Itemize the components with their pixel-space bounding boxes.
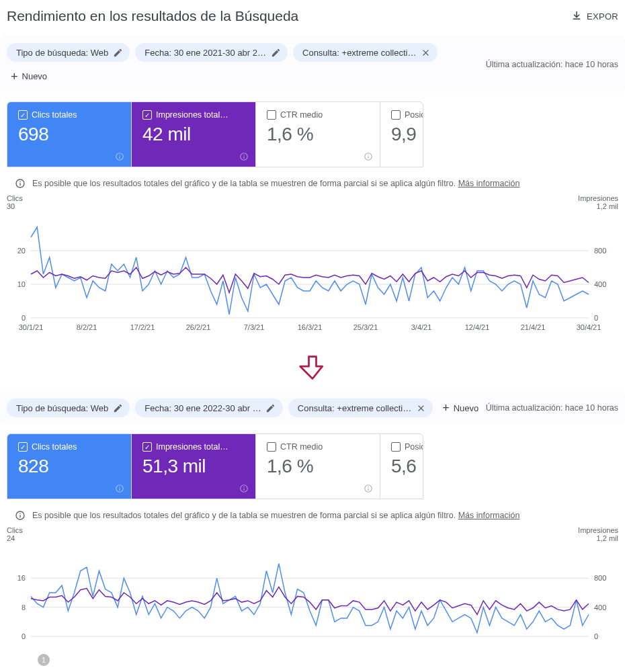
- chip-label: Consulta: +extreme collecti…: [298, 403, 411, 413]
- filter-chip[interactable]: Tipo de búsqueda: Web: [7, 43, 130, 62]
- filter-chip[interactable]: Fecha: 30 ene 2021-30 abr 2…: [135, 43, 288, 62]
- filter-chips: Tipo de búsqueda: WebFecha: 30 ene 2021-…: [7, 43, 486, 85]
- card-impressions[interactable]: Impresiones total… 42 mil: [132, 102, 256, 167]
- performance-section-2021: Tipo de búsqueda: WebFecha: 30 ene 2021-…: [0, 36, 625, 333]
- close-icon[interactable]: [420, 47, 431, 58]
- notice-text: Es posible que los resultados totales de…: [32, 179, 456, 188]
- card-clicks-label: Clics totales: [32, 442, 77, 452]
- svg-text:0: 0: [22, 314, 26, 322]
- card-impressions-label: Impresiones total…: [156, 110, 228, 120]
- info-icon[interactable]: [115, 484, 124, 493]
- info-icon[interactable]: [115, 152, 124, 161]
- chip-label: Tipo de búsqueda: Web: [16, 48, 108, 58]
- svg-text:16/3/21: 16/3/21: [298, 323, 323, 331]
- pencil-icon[interactable]: [112, 47, 123, 58]
- card-ctr-value: 1,6 %: [267, 124, 370, 145]
- svg-text:3/4/21: 3/4/21: [411, 323, 432, 331]
- info-icon: [15, 510, 26, 521]
- svg-text:30/1/21: 30/1/21: [19, 323, 44, 331]
- performance-chart: Clics24 Impresiones1,2 mil 08160400800: [0, 526, 625, 651]
- card-position-value: 9,9: [391, 124, 423, 145]
- pencil-icon[interactable]: [112, 403, 123, 413]
- svg-text:400: 400: [594, 603, 606, 612]
- export-label: EXPOR: [587, 11, 618, 22]
- card-impressions-value: 42 mil: [142, 124, 246, 145]
- info-icon[interactable]: [364, 484, 373, 493]
- card-impressions[interactable]: Impresiones total… 51,3 mil: [132, 434, 256, 499]
- filter-chip[interactable]: Consulta: +extreme collecti…: [288, 398, 433, 417]
- card-ctr[interactable]: CTR medio 1,6 %: [256, 102, 380, 167]
- svg-text:12/4/21: 12/4/21: [465, 323, 490, 331]
- last-update-text: Última actualización: hace 10 horas: [486, 60, 618, 69]
- filter-row: Tipo de búsqueda: WebFecha: 30 ene 2022-…: [0, 392, 625, 424]
- filter-chip[interactable]: Fecha: 30 ene 2022-30 abr …: [135, 398, 282, 417]
- svg-text:25/3/21: 25/3/21: [353, 323, 378, 331]
- card-ctr-label: CTR medio: [280, 110, 323, 120]
- svg-text:17/2/21: 17/2/21: [130, 323, 155, 331]
- card-impressions-value: 51,3 mil: [142, 456, 246, 477]
- close-icon[interactable]: [415, 403, 426, 413]
- filter-chips: Tipo de búsqueda: WebFecha: 30 ene 2022-…: [7, 398, 485, 417]
- filter-chip[interactable]: Tipo de búsqueda: Web: [7, 398, 130, 417]
- pencil-icon[interactable]: [265, 403, 276, 413]
- card-ctr[interactable]: CTR medio 1,6 %: [256, 434, 380, 499]
- card-position-label: Posición media: [405, 442, 423, 452]
- numbered-badge: 1: [38, 654, 50, 666]
- checkbox-icon: [267, 110, 276, 120]
- arrow-down-icon: [298, 353, 327, 382]
- partial-results-notice: Es posible que los resultados totales de…: [0, 499, 625, 526]
- chip-label: Fecha: 30 ene 2021-30 abr 2…: [144, 48, 266, 58]
- svg-text:16: 16: [17, 574, 26, 582]
- card-position[interactable]: Posición media 9,9: [380, 102, 423, 167]
- performance-section-2022: Tipo de búsqueda: WebFecha: 30 ene 2022-…: [0, 392, 625, 666]
- export-button[interactable]: EXPOR: [571, 9, 618, 24]
- more-info-link[interactable]: Más información: [458, 179, 520, 188]
- metric-cards: Clics totales 828 Impresiones total… 51,…: [7, 433, 423, 499]
- filter-chip[interactable]: Consulta: +extreme collecti…: [293, 43, 438, 62]
- pencil-icon[interactable]: [270, 47, 281, 58]
- svg-text:0: 0: [22, 632, 26, 640]
- svg-text:800: 800: [594, 574, 606, 582]
- partial-results-notice: Es posible que los resultados totales de…: [0, 167, 625, 194]
- add-filter-button[interactable]: +Nuevo: [7, 67, 54, 85]
- svg-text:20: 20: [17, 247, 26, 255]
- card-clicks-label: Clics totales: [32, 110, 77, 120]
- svg-text:8/2/21: 8/2/21: [77, 323, 97, 331]
- card-impressions-label: Impresiones total…: [156, 442, 228, 452]
- chip-label: Consulta: +extreme collecti…: [302, 48, 416, 58]
- svg-text:21/4/21: 21/4/21: [521, 323, 546, 331]
- info-icon: [15, 178, 26, 189]
- svg-text:10: 10: [17, 280, 26, 288]
- info-icon[interactable]: [239, 484, 249, 493]
- checkbox-icon: [391, 110, 401, 120]
- right-axis-title: Impresiones1,2 mil: [578, 194, 618, 210]
- card-clicks-value: 828: [18, 456, 122, 477]
- info-icon[interactable]: [364, 152, 373, 161]
- info-icon[interactable]: [239, 152, 249, 161]
- filter-row: Tipo de búsqueda: WebFecha: 30 ene 2021-…: [0, 36, 625, 92]
- card-ctr-label: CTR medio: [280, 442, 323, 452]
- page-title: Rendimiento en los resultados de la Búsq…: [7, 8, 298, 24]
- left-axis-title: Clics30: [7, 194, 23, 210]
- svg-text:400: 400: [594, 280, 606, 288]
- arrow-separator: [0, 349, 625, 392]
- card-position-value: 5,6: [391, 456, 423, 477]
- card-position[interactable]: Posición media 5,6: [380, 434, 423, 499]
- svg-text:26/2/21: 26/2/21: [186, 323, 211, 331]
- new-filter-label: Nuevo: [454, 403, 479, 413]
- last-update-text: Última actualización: hace 10 horas: [486, 403, 618, 413]
- card-clicks-value: 698: [18, 124, 122, 145]
- chip-label: Fecha: 30 ene 2022-30 abr …: [144, 403, 261, 413]
- card-clicks[interactable]: Clics totales 698: [7, 102, 132, 167]
- checkbox-icon: [142, 110, 152, 120]
- card-clicks[interactable]: Clics totales 828: [7, 434, 132, 499]
- metric-cards: Clics totales 698 Impresiones total… 42 …: [7, 101, 423, 167]
- add-filter-button[interactable]: +Nuevo: [438, 399, 485, 417]
- left-axis-title: Clics24: [7, 526, 23, 542]
- download-icon: [571, 9, 583, 24]
- notice-text: Es posible que los resultados totales de…: [32, 511, 456, 520]
- more-info-link[interactable]: Más información: [458, 511, 520, 520]
- svg-text:8: 8: [22, 603, 26, 612]
- right-axis-title: Impresiones1,2 mil: [578, 526, 618, 542]
- chip-label: Tipo de búsqueda: Web: [16, 403, 108, 413]
